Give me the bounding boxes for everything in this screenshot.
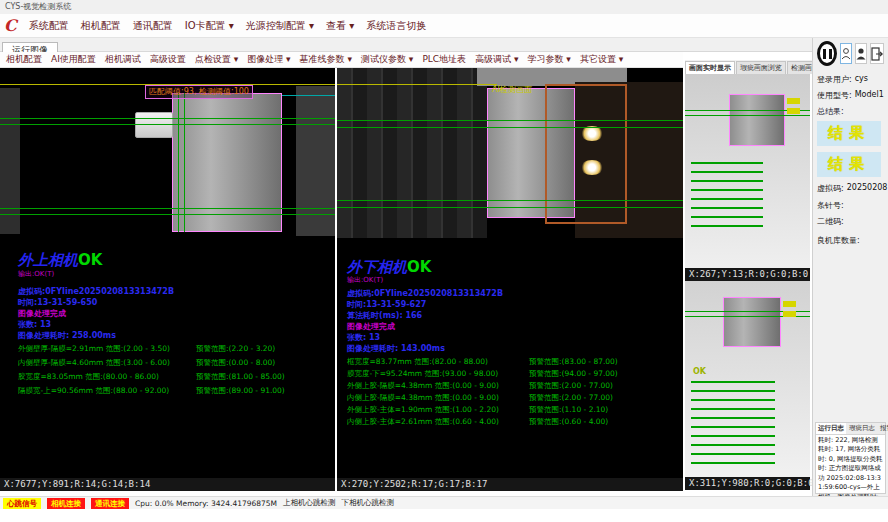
tool-spot-check[interactable]: 点检设置 ▾ xyxy=(195,53,238,66)
exit-button[interactable] xyxy=(870,43,884,64)
tool-baseline-params[interactable]: 基准线参数 ▾ xyxy=(300,53,352,66)
menu-system-config[interactable]: 系统配置 xyxy=(29,19,69,33)
menu-io-config[interactable]: IO卡配置 ▾ xyxy=(185,19,234,33)
measure-hline xyxy=(0,208,335,209)
processing-line: 图像处理完成 xyxy=(18,308,66,319)
menu-view[interactable]: 查看 ▾ xyxy=(326,19,354,33)
measurement-row: 内侧上胶-隔膜=4.38mm 范围:(0.00 - 9.00)预警范围:(2.0… xyxy=(347,393,618,405)
login-user-value: cys xyxy=(855,74,868,85)
warn-range: 预警范围:(2.20 - 3.20) xyxy=(196,344,275,358)
tool-plc-address[interactable]: PLC地址表 xyxy=(422,53,466,66)
measure-hline xyxy=(0,118,335,119)
measure-value: 外侧上胶-主体=1.90mm 范围:(1.00 - 2.20) xyxy=(347,405,529,417)
tool-camera-debug[interactable]: 相机调试 xyxy=(105,53,141,66)
model-value[interactable]: Model1 xyxy=(855,90,884,101)
total-result-label: 总结果: xyxy=(817,106,884,117)
tool-other-settings[interactable]: 其它设置 ▾ xyxy=(580,53,623,66)
window-title: CYS-视觉检测系统 xyxy=(5,2,71,11)
status-bar: 心跳信号 相机连接 通讯连接 Cpu: 0.0% Memory: 3424.41… xyxy=(0,496,888,509)
frame-count-line: 张数: 13 xyxy=(347,332,380,343)
warn-range: 预警范围:(2.00 - 77.00) xyxy=(529,381,613,393)
baseline-yellow xyxy=(337,84,497,85)
result-ok: OK xyxy=(407,258,431,276)
needle-label: 条针号: xyxy=(817,200,844,211)
connector-tab xyxy=(135,112,173,138)
barcode-line: 虚拟码:0FYIine2025020813313472B xyxy=(347,288,503,299)
measure-value: 框宽度=83.77mm 范围:(82.00 - 88.00) xyxy=(347,357,529,369)
barcode-line: 虚拟码:0FYIine2025020813313472B xyxy=(18,286,174,297)
tool-tester-params[interactable]: 测试仪参数 ▾ xyxy=(361,53,413,66)
menu-language-switch[interactable]: 系统语言切换 xyxy=(366,19,426,33)
user-icon xyxy=(841,47,851,61)
virtual-code-label: 虚拟码: xyxy=(817,183,844,194)
result-text-block xyxy=(691,162,763,234)
rtab-defect-view[interactable]: 瑕疵画面浏览 xyxy=(736,61,786,74)
needle-field: 条针号: xyxy=(817,200,884,211)
thumb-view-top[interactable] xyxy=(685,74,810,268)
camera-view-upper-outer[interactable]: 匹配阈值:93, 检测阈值:100 外上相机OK 输出:OK(T) 虚拟码:0F… xyxy=(0,68,335,478)
operator-user-button[interactable] xyxy=(840,43,852,64)
measure-hline xyxy=(685,115,810,116)
admin-icon xyxy=(856,47,866,61)
pixel-coordinates-thumb-bottom: X:311;Y:980;R:0;G:0;B:0 xyxy=(685,477,810,490)
measurement-row: 膜宽度-下=95.24mm 范围:(93.00 - 98.00)预警范围:(94… xyxy=(347,369,618,381)
pause-button[interactable] xyxy=(817,41,837,66)
login-user-field: 登录用户: cys xyxy=(817,74,884,85)
measure-hline xyxy=(0,124,335,125)
heartbeat-badge: 心跳信号 xyxy=(3,498,41,509)
cpu-memory-status: Cpu: 0.0% Memory: 3424.41796875M xyxy=(135,499,277,508)
right-view-tabs: 画面实时显示 瑕疵画面浏览 检测画面浏览 xyxy=(685,60,812,74)
measurement-list: 框宽度=83.77mm 范围:(82.00 - 88.00)预警范围:(83.0… xyxy=(347,357,618,429)
algo-time-line: 算法耗时(ms): 166 xyxy=(347,310,422,321)
tag-label xyxy=(783,301,796,307)
product-image xyxy=(729,94,785,146)
measure-hline xyxy=(0,214,335,215)
log-tab-run[interactable]: 运行日志 xyxy=(816,423,846,434)
login-user-label: 登录用户: xyxy=(817,74,852,85)
ai-view-label: AI检测画面 xyxy=(492,84,532,95)
log-panel: 运行日志 瑕疵日志 报警日志 耗时: 222, 网络检测耗时: 17, 网络分类… xyxy=(815,422,886,494)
log-tab-alarm[interactable]: 报警日志 xyxy=(878,423,888,434)
camera-view-lower-outer[interactable]: AI检测画面 外下相机OK 输出:OK(T) 虚拟码:0FYIine202502… xyxy=(337,68,683,478)
output-status: 输出:OK(T) xyxy=(18,269,54,279)
measure-vline xyxy=(178,93,179,232)
menu-light-config[interactable]: 光源控制配置 ▾ xyxy=(246,19,314,33)
measurement-row: 外侧上胶-主体=1.90mm 范围:(1.00 - 2.20)预警范围:(1.1… xyxy=(347,405,618,417)
tool-image-processing[interactable]: 图像处理 ▾ xyxy=(247,53,290,66)
measure-value: 内侧上胶-主体=2.61mm 范围:(0.60 - 4.00) xyxy=(347,417,529,429)
tag-label xyxy=(787,98,800,104)
menu-camera-config[interactable]: 相机配置 xyxy=(81,19,121,33)
measure-hline xyxy=(337,127,683,128)
reflection-spot xyxy=(580,126,604,141)
tool-camera-config[interactable]: 相机配置 xyxy=(6,53,42,66)
frame-count-line: 张数: 13 xyxy=(18,319,51,330)
admin-user-button[interactable] xyxy=(855,43,867,64)
pixel-coordinates-thumb-top: X:267;Y:13;R:0;G:0;B:0 xyxy=(685,268,810,281)
measurement-row: 框宽度=83.77mm 范围:(82.00 - 88.00)预警范围:(83.0… xyxy=(347,357,618,369)
camera-name: 外下相机 xyxy=(347,258,407,276)
pixel-coordinates-mid: X:270;Y:2502;R:17;G:17;B:17 xyxy=(337,478,683,491)
thumb-view-bottom[interactable]: OK xyxy=(685,281,810,477)
tool-learning-params[interactable]: 学习参数 ▾ xyxy=(528,53,571,66)
tool-advanced-debug[interactable]: 高级调试 ▾ xyxy=(475,53,518,66)
camera-result-title: 外上相机OK xyxy=(18,251,102,270)
log-tabs: 运行日志 瑕疵日志 报警日志 xyxy=(816,423,885,435)
tool-advanced-settings[interactable]: 高级设置 xyxy=(150,53,186,66)
log-tab-defect[interactable]: 瑕疵日志 xyxy=(847,423,877,434)
measurement-row: 外侧壁厚-隔膜=2.91mm 范围:(2.00 - 3.50)预警范围:(2.2… xyxy=(18,344,285,358)
rtab-live-view[interactable]: 画面实时显示 xyxy=(685,61,735,74)
machine-frame xyxy=(337,68,487,238)
menu-comm-config[interactable]: 通讯配置 xyxy=(133,19,173,33)
measure-value: 外侧壁厚-隔膜=2.91mm 范围:(2.00 - 3.50) xyxy=(18,344,196,358)
measure-vline xyxy=(184,93,185,232)
warn-range: 预警范围:(1.10 - 2.10) xyxy=(529,405,608,417)
stock-field: 良机库数量: xyxy=(817,235,884,246)
tool-ai-config[interactable]: AI使用配置 xyxy=(51,53,96,66)
result-box-2: 结果 xyxy=(817,152,881,177)
menu-bar: C 系统配置 相机配置 通讯配置 IO卡配置 ▾ 光源控制配置 ▾ 查看 ▾ 系… xyxy=(0,14,888,38)
measure-hline xyxy=(337,207,683,208)
measure-value: 隔膜宽-上=90.56mm 范围:(88.00 - 92.00) xyxy=(18,386,196,400)
product-image xyxy=(723,297,781,347)
output-status: 输出:OK(T) xyxy=(347,275,383,285)
time-line: 时间:13-31-59-627 xyxy=(347,299,426,310)
